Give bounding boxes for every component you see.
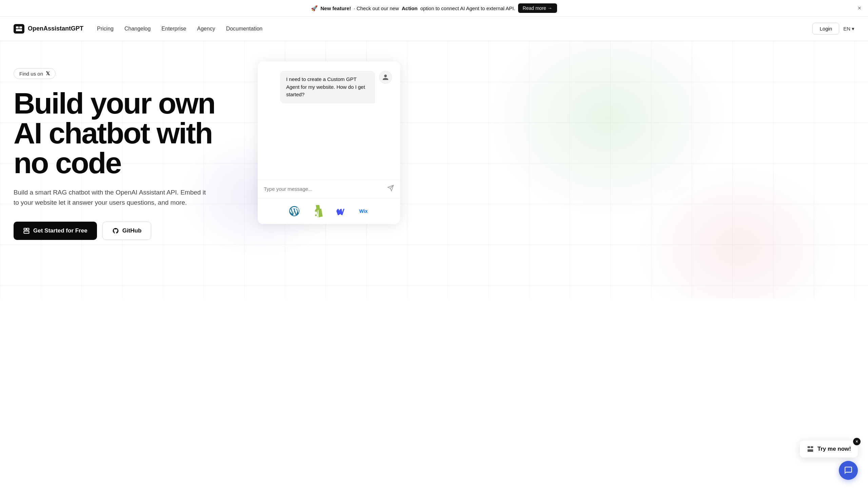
user-avatar	[379, 71, 392, 84]
chat-messages: I need to create a Custom GPT Agent for …	[258, 61, 400, 180]
language-selector[interactable]: EN ▾	[843, 26, 854, 32]
send-button[interactable]	[387, 185, 394, 193]
chat-user-message: I need to create a Custom GPT Agent for …	[266, 71, 392, 103]
hero-description: Build a smart RAG chatbot with the OpenA…	[14, 187, 210, 208]
hero-left: Find us on 𝕏 Build your own AI chatbot w…	[14, 61, 237, 240]
webflow-logo	[334, 204, 347, 218]
find-us-label: Find us on	[19, 71, 43, 77]
chat-bubble: I need to create a Custom GPT Agent for …	[280, 71, 375, 103]
hero-buttons: Get Started for Free GitHub	[14, 222, 237, 240]
navbar: OpenAssistantGPT Pricing Changelog Enter…	[0, 17, 868, 41]
find-us-badge[interactable]: Find us on 𝕏	[14, 68, 56, 79]
wordpress-logo	[288, 204, 301, 218]
nav-agency[interactable]: Agency	[197, 26, 215, 32]
wix-text: Wix	[359, 208, 368, 214]
nav-links: Pricing Changelog Enterprise Agency Docu…	[97, 26, 262, 32]
github-button[interactable]: GitHub	[102, 222, 152, 240]
read-more-button[interactable]: Read more →	[518, 3, 557, 13]
svg-rect-1	[19, 26, 22, 28]
chat-input[interactable]	[264, 186, 384, 192]
svg-rect-3	[24, 228, 26, 230]
nav-changelog[interactable]: Changelog	[124, 26, 151, 32]
get-started-label: Get Started for Free	[33, 227, 87, 234]
login-button[interactable]: Login	[812, 23, 839, 35]
svg-rect-5	[24, 231, 29, 233]
logo-text: OpenAssistantGPT	[28, 25, 83, 32]
announcement-rest: option to connect AI Agent to external A…	[420, 5, 515, 11]
logo-link[interactable]: OpenAssistantGPT	[14, 24, 83, 34]
platforms-strip: Wix	[258, 198, 400, 224]
shopify-logo	[311, 204, 324, 218]
new-feature-label: New feature!	[320, 5, 351, 11]
github-label: GitHub	[122, 227, 142, 234]
nav-documentation[interactable]: Documentation	[226, 26, 263, 32]
chat-panel: I need to create a Custom GPT Agent for …	[258, 61, 400, 224]
nav-right: Login EN ▾	[812, 23, 854, 35]
hero-title: Build your own AI chatbot with no code	[14, 88, 237, 178]
announcement-bar: 🚀 New feature! · Check out our new Actio…	[0, 0, 868, 17]
wix-logo: Wix	[357, 204, 370, 218]
logo-icon	[14, 24, 24, 34]
chat-input-row	[258, 180, 400, 198]
nav-enterprise[interactable]: Enterprise	[161, 26, 186, 32]
svg-rect-4	[27, 228, 29, 230]
language-label: EN	[843, 26, 850, 32]
action-word: Action	[402, 5, 418, 11]
announcement-text: · Check out our new	[354, 5, 399, 11]
hero-section: Find us on 𝕏 Build your own AI chatbot w…	[0, 41, 868, 299]
rocket-emoji: 🚀	[311, 5, 318, 12]
nav-left: OpenAssistantGPT Pricing Changelog Enter…	[14, 24, 262, 34]
announcement-close-button[interactable]: ×	[857, 5, 861, 12]
hero-right: I need to create a Custom GPT Agent for …	[251, 61, 400, 224]
nav-pricing[interactable]: Pricing	[97, 26, 114, 32]
svg-rect-2	[16, 29, 22, 31]
chevron-down-icon: ▾	[852, 26, 854, 32]
svg-rect-0	[16, 26, 19, 28]
x-platform-icon: 𝕏	[46, 70, 50, 77]
get-started-button[interactable]: Get Started for Free	[14, 222, 97, 240]
hero-content: Find us on 𝕏 Build your own AI chatbot w…	[0, 41, 475, 253]
